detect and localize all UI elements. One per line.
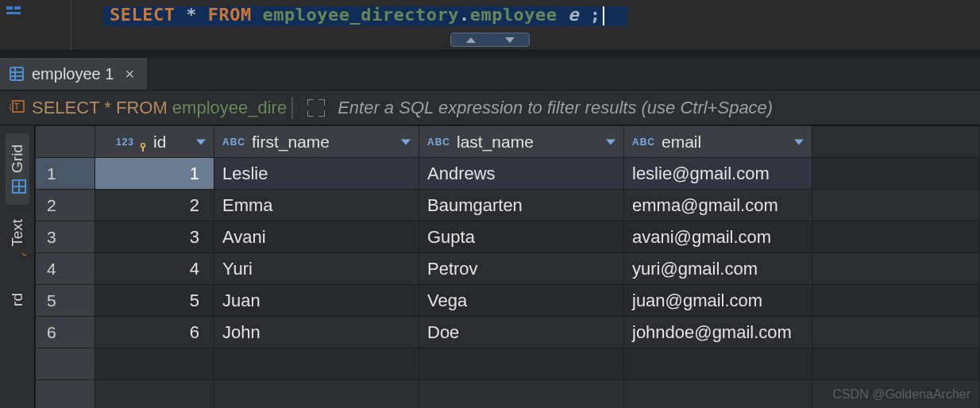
cell-id[interactable]: 5	[95, 285, 214, 317]
table-row[interactable]: 66JohnDoejohndoe@gmail.com	[36, 317, 980, 348]
table-row[interactable]: 22EmmaBaumgartenemma@gmail.com	[36, 190, 980, 221]
tab-employee-1[interactable]: employee 1 ×	[0, 58, 148, 90]
cell	[624, 380, 812, 409]
presentation-handle[interactable]	[450, 33, 530, 47]
cell-last-name[interactable]: Gupta	[419, 221, 624, 253]
row-number	[36, 348, 95, 380]
svg-text:⟨: ⟨	[8, 103, 12, 111]
cell-last-name[interactable]: Petrov	[419, 253, 624, 285]
svg-rect-1	[14, 6, 21, 10]
cell-last-name[interactable]: Vega	[419, 285, 624, 317]
cell-last-name[interactable]: Andrews	[419, 158, 624, 190]
result-grid[interactable]: 123 id ABCfirst_name ABClast_name	[35, 125, 980, 408]
cell-pad	[812, 317, 980, 348]
side-tab-text[interactable]: oT Text	[6, 208, 29, 279]
close-icon[interactable]: ×	[125, 65, 134, 83]
type-badge-text: ABC	[222, 137, 245, 148]
table-row[interactable]: 44YuriPetrovyuri@gmail.com	[36, 253, 980, 285]
svg-text:oT: oT	[19, 253, 26, 256]
cell-id[interactable]: 2	[95, 190, 214, 221]
token-select: SELECT	[110, 5, 175, 25]
svg-rect-3	[10, 67, 23, 80]
cell-pad	[812, 348, 980, 380]
grid-icon	[10, 179, 25, 194]
row-number	[36, 380, 95, 409]
cell-first-name[interactable]: Juan	[214, 285, 419, 317]
row-number[interactable]: 4	[36, 253, 95, 285]
cell-email[interactable]: juan@gmail.com	[624, 285, 812, 317]
token-table: employee	[470, 5, 558, 25]
cell-first-name[interactable]: John	[214, 317, 419, 348]
column-label: email	[662, 133, 701, 152]
column-label: last_name	[457, 133, 534, 152]
text-icon: oT	[10, 253, 25, 268]
cell-email[interactable]: yuri@gmail.com	[624, 253, 812, 285]
column-header-email[interactable]: ABCemail	[624, 126, 812, 158]
cell	[419, 380, 624, 409]
filter-bar: ⟨ T SELECT * FROM employee_dire Enter a …	[0, 90, 980, 125]
row-number[interactable]: 5	[36, 285, 95, 317]
sort-icon[interactable]	[401, 139, 411, 144]
cell-email[interactable]: johndoe@gmail.com	[624, 317, 812, 348]
sql-crumb-prefix: SELECT * FROM	[32, 98, 172, 117]
sql-breadcrumb[interactable]: SELECT * FROM employee_dire	[32, 98, 287, 118]
row-number[interactable]: 1	[36, 158, 95, 190]
editor-line[interactable]: SELECT * FROM employee_directory.employe…	[71, 0, 980, 33]
cell	[624, 348, 812, 380]
row-number[interactable]: 6	[36, 317, 95, 348]
token-from: FROM	[208, 5, 252, 25]
result-tabs: employee 1 ×	[0, 59, 980, 90]
table-row[interactable]: 11LeslieAndrewsleslie@gmail.com	[36, 158, 980, 190]
cell-id[interactable]: 3	[95, 221, 214, 253]
cell-id[interactable]: 6	[95, 317, 214, 348]
cell-id	[95, 348, 214, 380]
token-schema: employee_directory	[262, 5, 458, 25]
table-row-empty	[36, 380, 980, 409]
caret	[603, 6, 604, 25]
cell	[214, 348, 419, 380]
maximize-icon[interactable]	[307, 99, 325, 117]
cell-email[interactable]: leslie@gmail.com	[624, 158, 812, 190]
sort-icon[interactable]	[606, 139, 615, 144]
sort-icon[interactable]	[196, 139, 206, 144]
column-header-id[interactable]: 123 id	[95, 126, 214, 158]
cell-email[interactable]: avani@gmail.com	[624, 221, 812, 253]
table-row[interactable]: 55JuanVegajuan@gmail.com	[36, 285, 980, 317]
cell-first-name[interactable]: Leslie	[214, 158, 419, 190]
sql-editor[interactable]: SELECT * FROM employee_directory.employe…	[0, 0, 980, 51]
token-alias: e	[568, 5, 579, 25]
column-header-last-name[interactable]: ABClast_name	[419, 126, 624, 158]
row-number[interactable]: 3	[36, 221, 95, 253]
side-tab-grid[interactable]: Grid	[6, 133, 29, 205]
chevron-down-icon	[505, 37, 515, 43]
sort-icon[interactable]	[794, 139, 804, 144]
side-tab-rd-label: rd	[9, 293, 26, 306]
table-icon	[10, 67, 24, 81]
key-icon	[139, 137, 147, 147]
row-number[interactable]: 2	[36, 190, 95, 221]
editor-gutter	[0, 0, 71, 50]
column-header-first-name[interactable]: ABCfirst_name	[214, 126, 419, 158]
cell-first-name[interactable]: Emma	[214, 190, 419, 221]
token-dot: .	[459, 5, 470, 25]
svg-rect-0	[6, 6, 13, 10]
svg-rect-2	[6, 12, 21, 14]
cell-id[interactable]: 4	[95, 253, 214, 285]
sql-crumb-table: employee_dire	[172, 98, 287, 117]
cell-email[interactable]: emma@gmail.com	[624, 190, 812, 221]
column-label: id	[153, 133, 166, 152]
cell-pad	[812, 221, 980, 253]
cell-first-name[interactable]: Avani	[214, 221, 419, 253]
side-tab-rd[interactable]: rd	[6, 282, 29, 318]
cell-id[interactable]: 1	[95, 158, 214, 190]
sql-fragment-icon[interactable]: ⟨ T	[6, 99, 27, 117]
corner-cell[interactable]	[36, 126, 95, 158]
run-marker-icon	[6, 5, 22, 16]
filter-input[interactable]: Enter a SQL expression to filter results…	[338, 98, 773, 118]
table-row[interactable]: 33AvaniGuptaavani@gmail.com	[36, 221, 980, 253]
svg-point-14	[141, 143, 145, 147]
cell-last-name[interactable]: Doe	[419, 317, 624, 348]
cell-first-name[interactable]: Yuri	[214, 253, 419, 285]
cell-last-name[interactable]: Baumgarten	[419, 190, 624, 221]
cell-pad	[812, 253, 980, 285]
